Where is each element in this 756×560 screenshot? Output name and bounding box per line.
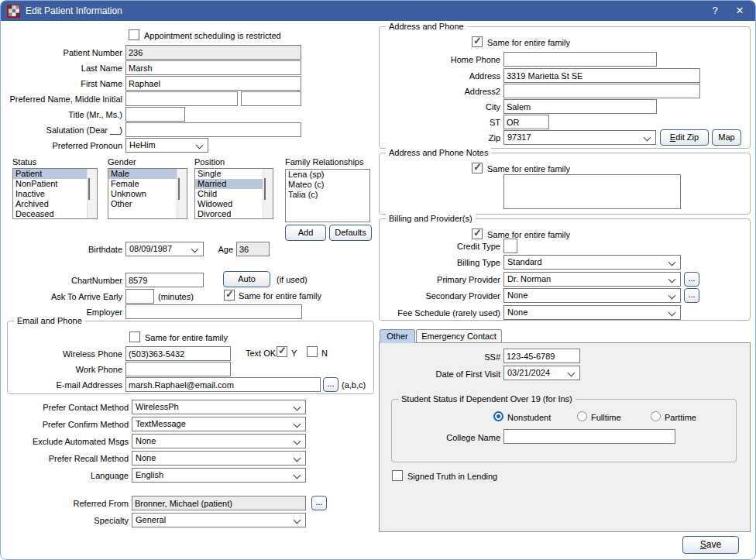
list-item[interactable]: Deceased <box>13 209 97 219</box>
preferred-pronoun-label: Preferred Pronoun <box>1 140 122 151</box>
text-ok-yes-checkbox[interactable]: ✓ <box>277 346 287 357</box>
if-used-hint: (if used) <box>277 274 308 285</box>
text-ok-no-checkbox[interactable] <box>307 346 318 357</box>
city-field[interactable] <box>503 99 657 114</box>
notes-same-family-checkbox[interactable]: ✓ <box>472 163 483 173</box>
tab-emergency-contact[interactable]: Emergency Contact <box>416 329 502 343</box>
last-name-field[interactable] <box>125 60 301 75</box>
titlebar: Edit Patient Information ? ✕ <box>1 1 755 21</box>
list-item[interactable]: Widowed <box>195 199 273 209</box>
address-same-family-checkbox[interactable]: ✓ <box>472 36 483 47</box>
status-listbox[interactable]: Patient NonPatient Inactive Archived Dec… <box>12 168 98 219</box>
billing-type-combo[interactable]: Standard <box>503 255 681 270</box>
tab-other[interactable]: Other <box>380 329 415 343</box>
add-button[interactable]: Add <box>285 225 326 241</box>
list-item[interactable]: Divorced <box>195 209 273 219</box>
list-item[interactable]: Unknown <box>108 189 187 199</box>
chevron-down-icon <box>294 472 301 479</box>
list-item[interactable]: Patient <box>13 169 97 179</box>
scrollbar-thumb[interactable] <box>178 178 180 200</box>
help-button[interactable]: ? <box>706 4 724 18</box>
signed-truth-in-lending-checkbox[interactable] <box>392 470 403 481</box>
first-name-field[interactable] <box>125 76 301 91</box>
list-item[interactable]: Other <box>108 199 187 209</box>
prefer-recall-method-combo[interactable]: None <box>132 451 306 466</box>
language-combo[interactable]: English <box>132 468 306 483</box>
email-more-button[interactable]: ... <box>323 377 338 392</box>
close-button[interactable]: ✕ <box>730 4 749 18</box>
address2-field[interactable] <box>503 84 700 98</box>
list-item[interactable]: Inactive <box>13 189 97 199</box>
date-of-first-visit-combo[interactable]: 03/21/2024 <box>503 366 580 380</box>
list-item[interactable]: Mateo (c) <box>286 180 369 190</box>
secondary-provider-more-button[interactable]: ... <box>684 288 699 303</box>
specialty-label: Specialty <box>1 515 129 526</box>
secondary-provider-combo[interactable]: None <box>503 288 681 303</box>
edit-patient-information-dialog: Edit Patient Information ? ✕ Appointment… <box>0 0 756 560</box>
list-item[interactable]: NonPatient <box>13 179 97 189</box>
arrive-early-field[interactable] <box>125 289 154 304</box>
employer-field[interactable] <box>125 304 302 319</box>
primary-provider-label: Primary Provider <box>376 274 500 285</box>
defaults-button[interactable]: Defaults <box>329 225 372 241</box>
exclude-automated-msgs-combo[interactable]: None <box>132 434 306 448</box>
address-field[interactable] <box>503 68 700 83</box>
auto-button[interactable]: Auto <box>223 271 270 287</box>
list-item[interactable]: Talia (c) <box>286 190 369 200</box>
fulltime-label: Fulltime <box>591 412 621 423</box>
chart-number-field[interactable] <box>125 273 204 287</box>
ssn-field[interactable] <box>503 349 580 363</box>
list-item[interactable]: Single <box>195 169 273 179</box>
referred-from-more-button[interactable]: ... <box>311 496 327 510</box>
scrollbar-thumb[interactable] <box>88 178 90 200</box>
nonstudent-radio[interactable] <box>493 411 503 421</box>
home-phone-field[interactable] <box>503 52 657 67</box>
list-item[interactable]: Married <box>195 179 273 189</box>
scrollbar[interactable] <box>263 169 273 218</box>
work-phone-field[interactable] <box>125 362 231 376</box>
last-name-label: Last Name <box>1 63 122 74</box>
list-item[interactable]: Archived <box>13 199 97 209</box>
preferred-name-field[interactable] <box>125 91 238 106</box>
fee-schedule-combo[interactable]: None <box>503 305 681 320</box>
wireless-phone-field[interactable] <box>125 346 231 361</box>
scrollbar-thumb[interactable] <box>264 178 266 200</box>
credit-type-field[interactable] <box>503 239 517 253</box>
parttime-radio[interactable] <box>651 411 661 421</box>
edit-zip-button[interactable]: Edit Zip <box>660 129 709 146</box>
list-item[interactable]: Male <box>108 169 187 179</box>
email-phone-same-family-checkbox[interactable] <box>129 332 140 342</box>
primary-provider-combo[interactable]: Dr. Norman <box>503 272 681 287</box>
map-button[interactable]: Map <box>712 129 741 146</box>
arrive-early-same-family-checkbox[interactable]: ✓ <box>224 290 235 301</box>
list-item[interactable]: Female <box>108 179 187 189</box>
billing-and-providers-group-title: Billing and Provider(s) <box>386 213 476 224</box>
prefer-contact-method-combo[interactable]: WirelessPh <box>132 400 306 414</box>
gender-listbox[interactable]: Male Female Unknown Other <box>108 168 187 219</box>
list-item[interactable]: Child <box>195 189 273 199</box>
scrollbar[interactable] <box>177 169 187 218</box>
zip-combo[interactable]: 97317 <box>503 130 656 145</box>
specialty-combo[interactable]: General <box>132 513 306 527</box>
email-addresses-field[interactable] <box>125 377 321 392</box>
first-name-label: First Name <box>1 78 122 89</box>
primary-provider-more-button[interactable]: ... <box>684 272 699 287</box>
family-relationships-listbox[interactable]: Lena (sp) Mateo (c) Talia (c) <box>285 169 370 222</box>
college-name-field[interactable] <box>503 429 675 444</box>
prefer-confirm-method-combo[interactable]: TextMessage <box>132 417 306 431</box>
chevron-down-icon <box>294 421 301 428</box>
title-field[interactable] <box>125 107 185 122</box>
state-field[interactable] <box>503 115 549 129</box>
save-button[interactable]: Save <box>682 536 739 554</box>
position-listbox[interactable]: Single Married Child Widowed Divorced <box>194 168 273 219</box>
preferred-pronoun-combo[interactable]: HeHim <box>125 138 208 153</box>
billing-same-family-checkbox[interactable]: ✓ <box>472 228 483 239</box>
address-phone-notes-textarea[interactable] <box>503 174 681 209</box>
list-item[interactable]: Lena (sp) <box>286 170 369 180</box>
prefer-confirm-method-label: Prefer Confirm Method <box>1 419 129 430</box>
salutation-field[interactable] <box>125 122 301 137</box>
scrollbar[interactable] <box>87 169 97 218</box>
middle-initial-field[interactable] <box>241 91 301 106</box>
fulltime-radio[interactable] <box>577 411 587 421</box>
appointment-restricted-checkbox[interactable] <box>129 29 139 40</box>
